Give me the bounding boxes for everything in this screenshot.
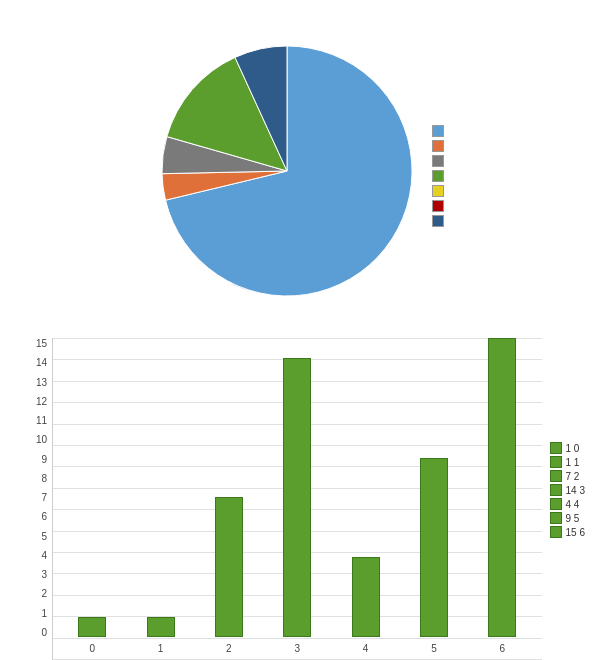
bar-rect <box>283 358 311 637</box>
bar-legend-swatch <box>550 484 562 496</box>
bar-group <box>263 338 331 637</box>
legend-item-js <box>432 140 449 152</box>
legend-swatch-images <box>432 170 444 182</box>
bars-row <box>53 338 542 637</box>
bar-section: 1514131211109876543210 0123456 1 01 17 2… <box>0 330 600 660</box>
x-label: 3 <box>263 637 331 659</box>
bar-legend-swatch <box>550 526 562 538</box>
bar-group <box>195 338 263 637</box>
bar-rect <box>420 458 448 637</box>
bar-legend-item: 1 1 <box>550 456 585 468</box>
y-tick: 13 <box>36 377 47 388</box>
legend-item-images <box>432 170 449 182</box>
main-container: 1514131211109876543210 0123456 1 01 17 2… <box>0 0 600 660</box>
legend-item-html <box>432 125 449 137</box>
bar-rect <box>78 617 106 637</box>
bar-legend-item: 14 3 <box>550 484 585 496</box>
y-tick: 14 <box>36 357 47 368</box>
legend-swatch-html <box>432 125 444 137</box>
bar-rect <box>352 557 380 637</box>
bar-legend-label: 7 2 <box>566 471 580 482</box>
bar-legend: 1 01 17 214 34 49 515 6 <box>550 342 585 660</box>
legend-swatch-css <box>432 155 444 167</box>
bar-group <box>58 338 126 637</box>
legend-swatch-video <box>432 200 444 212</box>
y-tick: 10 <box>36 434 47 445</box>
bar-legend-label: 14 3 <box>566 485 585 496</box>
y-tick: 12 <box>36 396 47 407</box>
legend-item-video <box>432 200 449 212</box>
legend-swatch-docs <box>432 185 444 197</box>
y-tick: 4 <box>41 550 47 561</box>
x-label: 1 <box>126 637 194 659</box>
bar-rect <box>215 497 243 637</box>
y-tick: 1 <box>41 608 47 619</box>
legend-item-css <box>432 155 449 167</box>
bar-group <box>126 338 194 637</box>
y-tick: 6 <box>41 511 47 522</box>
bar-legend-item: 15 6 <box>550 526 585 538</box>
y-tick: 5 <box>41 531 47 542</box>
y-tick: 9 <box>41 454 47 465</box>
y-tick: 3 <box>41 569 47 580</box>
x-label: 5 <box>400 637 468 659</box>
bar-legend-label: 15 6 <box>566 527 585 538</box>
bars-grid: 0123456 <box>52 338 542 660</box>
bar-legend-label: 9 5 <box>566 513 580 524</box>
x-label: 2 <box>195 637 263 659</box>
bar-legend-item: 9 5 <box>550 512 585 524</box>
pie-chart <box>152 36 422 306</box>
bar-legend-label: 1 1 <box>566 457 580 468</box>
y-axis: 1514131211109876543210 <box>30 338 52 660</box>
legend-swatch-js <box>432 140 444 152</box>
bar-legend-swatch <box>550 470 562 482</box>
pie-section <box>0 0 600 330</box>
bar-group <box>400 338 468 637</box>
x-labels: 0123456 <box>53 637 542 659</box>
bar-legend-swatch <box>550 498 562 510</box>
bar-legend-label: 4 4 <box>566 499 580 510</box>
y-tick: 8 <box>41 473 47 484</box>
bar-rect <box>147 617 175 637</box>
x-label: 4 <box>331 637 399 659</box>
y-tick: 2 <box>41 588 47 599</box>
legend-item-other <box>432 215 449 227</box>
x-label: 6 <box>468 637 536 659</box>
y-tick: 15 <box>36 338 47 349</box>
bar-legend-item: 1 0 <box>550 442 585 454</box>
y-tick: 11 <box>36 415 47 426</box>
bar-legend-item: 4 4 <box>550 498 585 510</box>
y-tick: 0 <box>41 627 47 638</box>
legend-item-docs <box>432 185 449 197</box>
bar-chart-wrapper: 1514131211109876543210 0123456 1 01 17 2… <box>0 338 600 660</box>
bar-legend-item: 7 2 <box>550 470 585 482</box>
bar-rect <box>488 338 516 637</box>
pie-area <box>0 12 600 330</box>
bar-legend-label: 1 0 <box>566 443 580 454</box>
y-tick: 7 <box>41 492 47 503</box>
pie-svg <box>152 36 422 306</box>
bar-legend-swatch <box>550 442 562 454</box>
bar-legend-swatch <box>550 456 562 468</box>
bar-group <box>468 338 536 637</box>
bar-group <box>331 338 399 637</box>
pie-legend <box>432 125 449 227</box>
bar-legend-swatch <box>550 512 562 524</box>
legend-swatch-other <box>432 215 444 227</box>
x-label: 0 <box>58 637 126 659</box>
